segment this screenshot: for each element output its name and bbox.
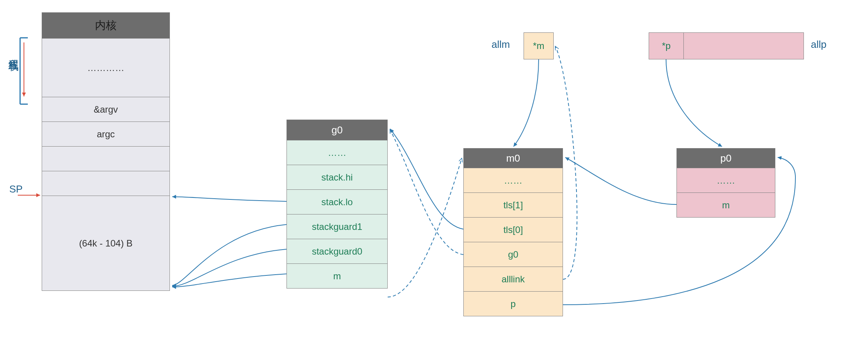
m0-row-tls0: tls[0]	[464, 217, 563, 242]
stack-row-bottom: (64k - 104) B	[42, 196, 170, 290]
m0-row-g0: g0	[464, 242, 563, 267]
stack-row-empty	[42, 146, 170, 171]
allm-label: allm	[492, 39, 510, 51]
g0-row-stacklo: stack.lo	[287, 189, 387, 214]
stack-row-empty2	[42, 171, 170, 196]
stack-block: 内核 ………… &argv argc (64k - 104) B	[42, 12, 170, 291]
allp-cell: *p	[649, 33, 684, 59]
m0-row-ellipsis: ……	[464, 168, 563, 192]
stack-row-ellipsis: …………	[42, 38, 170, 97]
allp-label: allp	[811, 39, 826, 51]
g0-row-stackguard1: stackguard1	[287, 214, 387, 239]
stack-header: 内核	[42, 13, 170, 38]
m0-header: m0	[464, 149, 563, 168]
g0-block: g0 …… stack.hi stack.lo stackguard1 stac…	[287, 120, 388, 289]
g0-row-stackguard0: stackguard0	[287, 239, 387, 263]
p0-block: p0 …… m	[676, 148, 775, 218]
m0-row-alllink: alllink	[464, 267, 563, 291]
sp-label: SP	[9, 183, 23, 195]
p0-row-ellipsis: ……	[677, 168, 775, 192]
m0-row-tls1: tls[1]	[464, 192, 563, 217]
stack-row-argv: &argv	[42, 97, 170, 122]
m0-block: m0 …… tls[1] tls[0] g0 alllink p	[463, 148, 563, 316]
g0-row-stackhi: stack.hi	[287, 165, 387, 189]
g0-row-ellipsis: ……	[287, 140, 387, 165]
p0-row-m: m	[677, 192, 775, 217]
allp-array: *p	[649, 32, 804, 59]
p0-header: p0	[677, 149, 775, 168]
allm-cell: *m	[524, 32, 554, 59]
m0-row-p: p	[464, 291, 563, 316]
g0-row-m: m	[287, 263, 387, 288]
stack-row-argc: argc	[42, 122, 170, 146]
main-thread-stack-label: 主线程栈	[7, 51, 20, 54]
g0-header: g0	[287, 120, 387, 140]
allm-cell-text: *m	[533, 41, 544, 51]
